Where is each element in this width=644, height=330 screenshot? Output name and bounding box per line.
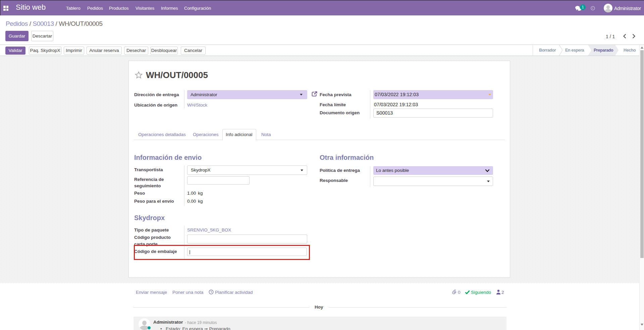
svg-text:Borrador: Borrador [539,48,556,53]
svg-text:En espera: En espera [565,48,585,53]
svg-text:Hecho: Hecho [624,48,636,53]
svg-text:Preparado: Preparado [594,48,613,53]
